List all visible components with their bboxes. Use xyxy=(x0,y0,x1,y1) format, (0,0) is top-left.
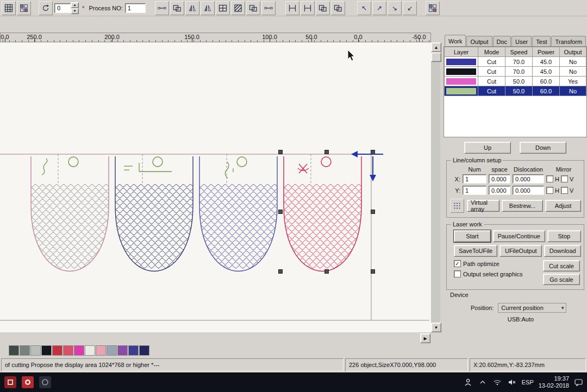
vertical-scrollbar[interactable]: ▲ ▼ xyxy=(431,42,440,332)
y-space-input[interactable]: 0.000 xyxy=(489,186,510,195)
palette-swatch[interactable] xyxy=(85,345,95,356)
path-optimize-checkbox[interactable]: ✓ xyxy=(454,260,461,267)
go-scale-button[interactable]: Go scale xyxy=(543,274,580,285)
palette-swatch[interactable] xyxy=(74,345,84,356)
layer-output[interactable]: No xyxy=(560,57,586,67)
cup-fill-pattern[interactable] xyxy=(108,185,203,268)
y-dislocation-input[interactable]: 0.000 xyxy=(513,186,544,195)
x-mirror-v-checkbox[interactable] xyxy=(561,175,568,182)
angle-down-button[interactable]: ▼ xyxy=(71,8,79,14)
tab-test[interactable]: Test xyxy=(532,36,551,46)
layer-row[interactable]: Cut50.060.0Yes xyxy=(445,77,586,86)
x-num-input[interactable]: 1 xyxy=(463,174,486,184)
wifi-icon[interactable] xyxy=(492,377,502,387)
cup-fill-pattern[interactable] xyxy=(276,185,372,268)
position-dropdown[interactable]: Current position ▼ xyxy=(498,303,566,313)
y-mirror-v-checkbox[interactable] xyxy=(561,187,568,194)
palette-swatch[interactable] xyxy=(139,345,149,356)
palette-swatch[interactable] xyxy=(9,345,19,356)
y-num-input[interactable]: 1 xyxy=(463,186,486,195)
angle-arrows[interactable]: ▲ ▼ xyxy=(71,2,79,14)
language-indicator[interactable]: ESP xyxy=(522,379,534,385)
layer-mode[interactable]: Cut xyxy=(478,86,505,96)
layer-speed[interactable]: 50.0 xyxy=(505,86,533,96)
selection-handle[interactable] xyxy=(279,210,283,214)
x-space-input[interactable]: 0.000 xyxy=(489,174,510,184)
weld-icon[interactable] xyxy=(155,1,169,15)
pause-continue-button[interactable]: Pause/Continue xyxy=(493,230,545,242)
selection-handle[interactable] xyxy=(279,150,283,154)
palette-swatch[interactable] xyxy=(52,345,63,356)
tab-doc[interactable]: Doc xyxy=(493,36,511,46)
layer-mode[interactable]: Cut xyxy=(478,67,505,77)
align-right-icon[interactable] xyxy=(301,1,315,15)
selection-handle[interactable] xyxy=(371,150,375,154)
selection-handle[interactable] xyxy=(325,270,329,274)
subtract-icon[interactable] xyxy=(231,1,245,15)
selection-handle[interactable] xyxy=(325,150,329,154)
array-setup-icon[interactable] xyxy=(450,199,464,213)
angle-stepper[interactable]: 0 ▲ ▼ xyxy=(54,2,79,14)
layer-speed[interactable]: 70.0 xyxy=(505,57,533,67)
rotate-icon[interactable] xyxy=(39,1,53,15)
layer-up-button[interactable]: Up xyxy=(464,142,511,154)
cup-circle[interactable] xyxy=(68,157,78,167)
layer-speed[interactable]: 50.0 xyxy=(505,77,533,86)
drawing-canvas[interactable] xyxy=(0,42,431,332)
layer-color-swatch[interactable] xyxy=(446,78,476,85)
same-height-icon[interactable] xyxy=(331,1,345,15)
go-top-left-icon[interactable]: ↖ xyxy=(357,1,371,15)
go-bottom-right-icon[interactable]: ↘ xyxy=(388,1,402,15)
ufile-output-button[interactable]: UFileOutput xyxy=(499,245,542,257)
mirror-v-icon[interactable] xyxy=(201,1,215,15)
cup-fill-pattern[interactable] xyxy=(192,185,288,268)
selection-handle[interactable] xyxy=(279,270,283,274)
layer-color-swatch[interactable] xyxy=(446,59,476,65)
virtual-array-button[interactable]: Virtual array xyxy=(467,200,499,212)
selection-handle[interactable] xyxy=(371,210,375,214)
palette-swatch[interactable] xyxy=(128,345,139,356)
layer-mode[interactable]: Cut xyxy=(478,77,505,86)
layer-grid-icon[interactable] xyxy=(17,1,31,15)
layer-row[interactable]: Cut70.045.0No xyxy=(445,57,586,67)
download-button[interactable]: Download xyxy=(544,245,581,257)
align-left-icon[interactable] xyxy=(285,1,299,15)
output-grid-icon[interactable] xyxy=(2,1,16,15)
array-output-icon[interactable] xyxy=(426,1,440,15)
angle-value[interactable]: 0 xyxy=(54,3,71,13)
layer-row[interactable]: Cut70.045.0No xyxy=(445,67,586,77)
layer-color-swatch[interactable] xyxy=(446,68,476,75)
cup-fill-pattern[interactable] xyxy=(23,185,119,268)
save-to-ufile-button[interactable]: SaveToUFile xyxy=(454,245,497,257)
people-icon[interactable] xyxy=(463,377,473,387)
palette-swatch[interactable] xyxy=(30,345,41,356)
taskbar-app3-icon[interactable] xyxy=(39,376,51,388)
palette-swatch[interactable] xyxy=(96,345,106,356)
palette-swatch[interactable] xyxy=(41,345,52,356)
same-width-icon[interactable] xyxy=(316,1,330,15)
go-top-right-icon[interactable]: ↗ xyxy=(372,1,386,15)
taskbar-app2-icon[interactable] xyxy=(22,376,34,388)
layer-power[interactable]: 60.0 xyxy=(533,77,560,86)
group-icon[interactable] xyxy=(170,1,184,15)
cup-circle[interactable] xyxy=(237,157,247,167)
palette-swatch[interactable] xyxy=(117,345,128,356)
palette-swatch[interactable] xyxy=(63,345,73,356)
x-mirror-h-checkbox[interactable] xyxy=(546,175,553,182)
palette-swatch[interactable] xyxy=(107,345,117,356)
explode-icon[interactable] xyxy=(261,1,276,15)
layer-mode[interactable]: Cut xyxy=(478,57,505,67)
layer-row[interactable]: Cut50.060.0No xyxy=(445,86,586,96)
notifications-icon[interactable] xyxy=(574,377,584,387)
tab-transform[interactable]: Transform xyxy=(551,36,586,46)
layer-speed[interactable]: 70.0 xyxy=(505,67,533,77)
speaker-mute-icon[interactable] xyxy=(507,377,517,387)
taskbar-app1-icon[interactable] xyxy=(4,376,16,388)
tab-work[interactable]: Work xyxy=(445,35,466,47)
scroll-right-button[interactable]: ▶ xyxy=(420,333,430,343)
canvas-graphics[interactable] xyxy=(0,42,431,332)
layer-power[interactable]: 45.0 xyxy=(533,67,560,77)
union-icon[interactable] xyxy=(216,1,230,15)
intersect-icon[interactable] xyxy=(246,1,260,15)
layer-output[interactable]: No xyxy=(560,86,586,96)
